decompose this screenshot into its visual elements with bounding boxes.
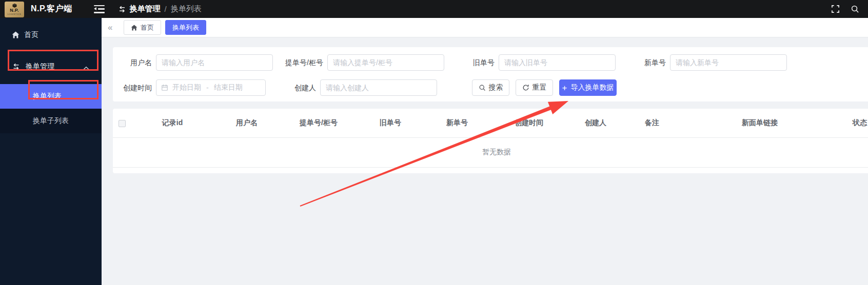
sidebar-item-exchange-list[interactable]: 换单列表	[0, 84, 102, 109]
breadcrumb: 换单管理 / 换单列表	[118, 4, 202, 14]
breadcrumb-section[interactable]: 换单管理	[130, 4, 161, 14]
search-icon[interactable]	[851, 5, 859, 13]
sidebar-submenu: 换单列表 换单子列表	[0, 84, 102, 133]
tab-label: 首页	[141, 23, 154, 32]
import-exchange-data-button[interactable]: + 导入换单数据	[559, 79, 617, 96]
filter-label: 旧单号	[456, 58, 495, 67]
column-header-created-time: 创建时间	[490, 109, 567, 137]
sidebar-item-label: 首页	[24, 30, 38, 39]
exchange-table: 记录id 用户名 提单号/柜号 旧单号 新单号 创建时间 创建人 备注 新面单链…	[113, 109, 868, 168]
sidebar-item-label: 换单管理	[26, 62, 54, 71]
filter-label: 创建时间	[113, 84, 152, 92]
sidebar-item-label: 换单列表	[33, 92, 62, 101]
main-area: « 首页 换单列表 用户名 提单号/柜号	[102, 18, 868, 285]
new-no-input[interactable]	[670, 54, 787, 71]
filter-label: 新单号	[627, 58, 666, 67]
old-no-input[interactable]	[499, 54, 616, 71]
collapse-tabs-icon[interactable]: «	[108, 23, 117, 33]
breadcrumb-current: 换单列表	[171, 4, 202, 14]
column-header-remark: 备注	[624, 109, 680, 137]
filter-label: 提单号/柜号	[284, 58, 323, 67]
page: N.P. LOGISTICS N.P.客户端 换单管理 / 换单列表	[0, 0, 868, 285]
plus-icon: +	[562, 84, 567, 92]
chevron-up-icon	[83, 64, 89, 72]
column-header-new-no: 新单号	[424, 109, 490, 137]
filter-row-1: 用户名 提单号/柜号 旧单号 新单号	[113, 54, 868, 71]
column-header-record-id: 记录id	[131, 109, 213, 137]
tab-bar: « 首页 换单列表	[102, 18, 868, 37]
column-header-lading-no: 提单号/柜号	[280, 109, 357, 137]
swap-icon	[12, 63, 21, 71]
empty-state-text: 暂无数据	[113, 137, 868, 167]
sidebar-item-label: 换单子列表	[33, 116, 69, 126]
username-input[interactable]	[156, 54, 273, 71]
reset-button[interactable]: 重置	[516, 79, 553, 96]
column-header-status: 状态	[839, 109, 868, 137]
search-button[interactable]: 搜索	[472, 79, 509, 96]
filter-label: 用户名	[113, 58, 152, 67]
search-icon	[479, 84, 486, 91]
logo-subtext: LOGISTICS	[8, 13, 22, 15]
sidebar-item-exchange-sublist[interactable]: 换单子列表	[0, 109, 102, 133]
refresh-icon	[522, 84, 529, 91]
sidebar: 首页 换单管理 换单列表 换单子列表	[0, 18, 102, 285]
filter-old-no: 旧单号	[456, 54, 616, 71]
fullscreen-icon[interactable]	[831, 5, 840, 13]
tab-home[interactable]: 首页	[124, 20, 161, 35]
filter-new-no: 新单号	[627, 54, 787, 71]
app-title: N.P.客户端	[31, 4, 72, 14]
column-header-username: 用户名	[213, 109, 280, 137]
filter-created-time: 创建时间 开始日期 - 结束日期	[113, 79, 266, 96]
filter-username: 用户名	[113, 54, 273, 71]
calendar-icon	[161, 84, 168, 91]
data-table-panel: 记录id 用户名 提单号/柜号 旧单号 新单号 创建时间 创建人 备注 新面单链…	[113, 109, 868, 173]
empty-row: 暂无数据	[113, 137, 868, 167]
app-logo: N.P. LOGISTICS	[5, 2, 24, 17]
lading-no-input[interactable]	[327, 54, 444, 71]
cube-icon	[12, 4, 17, 8]
column-header-new-label-link: 新面单链接	[680, 109, 839, 137]
table-header-row: 记录id 用户名 提单号/柜号 旧单号 新单号 创建时间 创建人 备注 新面单链…	[113, 109, 868, 137]
menu-fold-icon[interactable]	[94, 5, 105, 13]
tab-label: 换单列表	[172, 23, 199, 32]
filter-creator: 创建人	[277, 79, 437, 96]
date-separator: -	[206, 84, 209, 92]
home-icon	[12, 31, 19, 38]
filter-panel: 用户名 提单号/柜号 旧单号 新单号	[113, 47, 868, 101]
end-date-placeholder: 结束日期	[214, 83, 243, 92]
filter-row-2: 创建时间 开始日期 - 结束日期 创建人	[113, 79, 868, 96]
logo-text: N.P.	[10, 8, 19, 13]
date-range-input[interactable]: 开始日期 - 结束日期	[156, 79, 266, 96]
breadcrumb-separator: /	[165, 5, 167, 13]
creator-input[interactable]	[320, 79, 437, 96]
column-header-old-no: 旧单号	[357, 109, 424, 137]
filter-label: 创建人	[277, 84, 316, 92]
tab-exchange-list[interactable]: 换单列表	[165, 20, 206, 35]
filter-lading-no: 提单号/柜号	[284, 54, 444, 71]
select-all-checkbox[interactable]	[119, 120, 126, 127]
start-date-placeholder: 开始日期	[172, 83, 201, 92]
sidebar-item-exchange-management[interactable]: 换单管理	[0, 56, 102, 77]
column-header-creator: 创建人	[567, 109, 624, 137]
top-header-bar: N.P. LOGISTICS N.P.客户端 换单管理 / 换单列表	[0, 0, 868, 18]
swap-icon	[118, 5, 126, 13]
home-icon	[131, 25, 137, 31]
sidebar-item-home[interactable]: 首页	[0, 25, 102, 45]
